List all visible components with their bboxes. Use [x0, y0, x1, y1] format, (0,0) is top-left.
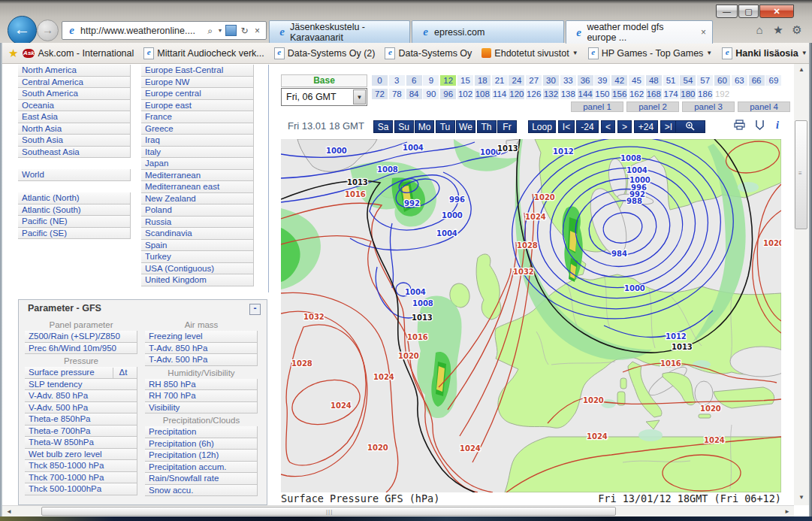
forecast-hour-39[interactable]: 39	[594, 75, 610, 86]
sidebar-item-region[interactable]: Pacific (NE)	[18, 216, 131, 228]
sidebar-item-region[interactable]: Spain	[141, 240, 254, 252]
tab-epressi[interactable]: epressi.com	[412, 20, 564, 43]
settings-gear-icon[interactable]: ⚙	[789, 23, 805, 37]
parameter-item[interactable]: Precipitation (6h)	[145, 438, 258, 450]
select-dropdown-icon[interactable]: ▼	[353, 89, 366, 105]
forecast-hour-108[interactable]: 108	[475, 89, 491, 99]
sidebar-item-region[interactable]: Scandinavia	[141, 228, 254, 240]
favorites-item[interactable]: HP Games - Top Games▼	[588, 47, 713, 59]
print-icon[interactable]	[732, 120, 746, 132]
forecast-hour-66[interactable]: 66	[749, 75, 765, 86]
scroll-down-icon[interactable]: ▼	[794, 494, 809, 501]
forecast-hour-33[interactable]: 33	[560, 75, 576, 86]
forecast-hour-24[interactable]: 24	[509, 75, 524, 86]
forecast-hour-60[interactable]: 60	[714, 75, 730, 86]
forecast-hour-186[interactable]: 186	[697, 89, 713, 99]
forecast-hour-51[interactable]: 51	[663, 75, 679, 86]
close-button[interactable]: ✕	[759, 5, 794, 18]
back-button[interactable]: ←	[8, 16, 37, 45]
forecast-hour-48[interactable]: 48	[646, 75, 662, 86]
parameter-item[interactable]: Theta-e 700hPa	[25, 426, 137, 438]
parameter-item[interactable]: Theta-e 850hPa	[25, 413, 137, 426]
sidebar-item-region[interactable]: Italy	[141, 147, 254, 159]
forecast-hour-162[interactable]: 162	[629, 89, 644, 99]
sidebar-item-region[interactable]: New Zealand	[141, 193, 254, 205]
tab-close-icon[interactable]: ×	[701, 27, 706, 38]
favorites-item[interactable]: Hanki lisäosia▼	[722, 47, 807, 59]
day-button-tu[interactable]: Tu	[436, 120, 455, 133]
vertical-scroll-thumb[interactable]: ≡	[795, 120, 807, 229]
forecast-hour-54[interactable]: 54	[680, 75, 696, 86]
forecast-hour-114[interactable]: 114	[492, 89, 508, 99]
address-dropdown-icon[interactable]: ▼	[216, 28, 224, 33]
day-button-su[interactable]: Su	[394, 120, 414, 133]
panel-button-4[interactable]: panel 4	[738, 101, 790, 112]
parameter-item[interactable]: SLP tendency	[25, 379, 137, 391]
parameter-item[interactable]: Thck 700-1000 hPa	[25, 472, 137, 484]
sidebar-item-region[interactable]: Atlantic (South)	[18, 204, 131, 217]
parameter-item[interactable]: Rain/Snowfall rate	[145, 473, 258, 485]
horizontal-scroll-thumb[interactable]: |||	[41, 507, 616, 516]
scroll-left-icon[interactable]: ◄	[4, 508, 14, 515]
sidebar-item-region[interactable]: Greece	[141, 123, 254, 135]
sidebar-item-region[interactable]: North Asia	[18, 123, 131, 135]
home-icon[interactable]: ⌂	[751, 23, 768, 36]
sidebar-item-region[interactable]: United Kingdom	[141, 274, 254, 286]
forecast-hour-96[interactable]: 96	[440, 89, 456, 99]
parameter-item[interactable]: V-Adv. 500 hPa	[25, 402, 137, 414]
forecast-hour-9[interactable]: 9	[423, 75, 439, 86]
forecast-hour-30[interactable]: 30	[543, 75, 559, 86]
refresh-icon[interactable]: ↻	[238, 26, 251, 36]
forecast-hour-174[interactable]: 174	[663, 89, 679, 99]
nav-button-minus24[interactable]: -24	[576, 120, 599, 133]
sidebar-item-region[interactable]: Mediterranean east	[141, 181, 254, 193]
forecast-hour-132[interactable]: 132	[543, 89, 559, 99]
nav-button-plus24[interactable]: +24	[634, 120, 658, 133]
parameter-item[interactable]: Z500/Rain (+SLP)/Z850	[25, 331, 137, 343]
parameter-item[interactable]: Thck 850-1000 hPa	[25, 460, 137, 472]
sidebar-item-region[interactable]: World	[18, 169, 131, 181]
forecast-hour-21[interactable]: 21	[492, 75, 508, 86]
vertical-scrollbar[interactable]: ▲ ▼ ≡	[794, 64, 809, 505]
sidebar-item-region[interactable]: Europe central	[141, 88, 254, 100]
scroll-up-icon[interactable]: ▲	[794, 66, 809, 73]
day-button-fr[interactable]: Fr	[497, 120, 517, 133]
parameter-item[interactable]: Thck 500-1000hPa	[25, 483, 137, 495]
address-bar[interactable]: http://www.weatheronline.... ⌕ ▼ ↻ ×	[62, 21, 267, 40]
parameter-item[interactable]: Visibility	[145, 402, 258, 414]
forecast-hour-69[interactable]: 69	[765, 75, 781, 86]
nav-button-loop[interactable]: Loop	[528, 120, 556, 133]
day-button-th[interactable]: Th	[477, 120, 497, 133]
forecast-hour-102[interactable]: 102	[457, 89, 473, 99]
parameter-item-surface-pressure[interactable]: Surface pressureΔt	[25, 367, 137, 379]
forecast-hour-12[interactable]: 12	[440, 75, 456, 86]
forecast-hour-192[interactable]: 192	[714, 89, 730, 99]
forecast-hour-45[interactable]: 45	[629, 75, 644, 86]
day-button-we[interactable]: We	[456, 120, 475, 133]
sidebar-item-region[interactable]: Europe east	[141, 100, 254, 112]
parameter-item[interactable]: Precipitation accum.	[145, 462, 258, 474]
parameter-item[interactable]: T-Adv. 850 hPa	[145, 343, 258, 355]
sidebar-item-region[interactable]: South America	[18, 88, 131, 100]
collapse-button[interactable]: -	[249, 304, 261, 315]
parameter-item[interactable]: Prec 6h/Wind 10m/950	[25, 343, 137, 355]
weather-map[interactable]: 1000100410001008101310169929961000100410…	[281, 139, 781, 492]
minimize-button[interactable]: —	[716, 5, 738, 18]
forward-button[interactable]: →	[37, 20, 59, 41]
forecast-hour-27[interactable]: 27	[526, 75, 542, 86]
parameter-item[interactable]: Theta-W 850hPa	[25, 437, 137, 449]
panel-button-3[interactable]: panel 3	[682, 101, 735, 112]
forecast-hour-144[interactable]: 144	[578, 89, 593, 99]
info-icon[interactable]: i	[771, 120, 784, 132]
sidebar-item-region[interactable]: Mediterranean	[141, 170, 254, 182]
maximize-button[interactable]: ▢	[738, 5, 759, 18]
panel-button-1[interactable]: panel 1	[571, 101, 623, 112]
forecast-hour-42[interactable]: 42	[611, 75, 627, 86]
parameter-item[interactable]: Snow accu.	[145, 485, 258, 497]
taskbar-edge[interactable]	[0, 516, 812, 521]
parameter-item[interactable]: T-Adv. 500 hPa	[145, 354, 258, 366]
nav-button-next[interactable]: >	[617, 120, 632, 133]
forecast-hour-138[interactable]: 138	[560, 89, 576, 99]
sidebar-item-region[interactable]: Oceania	[18, 100, 131, 112]
sidebar-item-region[interactable]: South Asia	[18, 135, 131, 147]
